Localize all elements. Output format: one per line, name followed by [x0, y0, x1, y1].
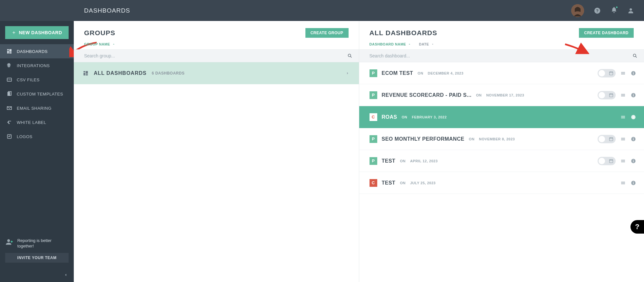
dashboard-row[interactable]: PREVENUE SCORECARD - PAID S...ONNOVEMBER… — [359, 84, 644, 106]
svg-rect-11 — [9, 52, 12, 54]
notification-dot — [615, 6, 618, 9]
invite-team-button[interactable]: INVITE YOUR TEAM — [5, 253, 69, 263]
chevron-right-icon — [345, 71, 350, 76]
svg-point-43 — [633, 159, 634, 160]
dashboard-name: TEST — [382, 158, 396, 164]
svg-rect-31 — [633, 95, 634, 96]
calendar-icon — [609, 71, 614, 76]
sidebar-item-label: CSV FILES — [17, 77, 40, 82]
create-dashboard-button[interactable]: CREATE DASHBOARD — [579, 28, 634, 38]
sidebar-item-csv-files[interactable]: CSVCSV FILES — [0, 73, 74, 87]
dashboard-row[interactable]: PECOM TESTONDECEMBER 4, 2023 — [359, 62, 644, 84]
schedule-toggle[interactable] — [598, 91, 616, 99]
search-dashboards-input[interactable] — [370, 53, 633, 58]
svg-rect-22 — [86, 71, 88, 74]
menu-icon[interactable] — [620, 180, 626, 186]
sidebar-item-email-sharing[interactable]: EMAIL SHARING — [0, 101, 74, 115]
svg-rect-23 — [86, 74, 88, 76]
dashboard-date: NOVEMBER 17, 2023 — [486, 93, 524, 97]
search-icon[interactable] — [347, 53, 352, 58]
create-group-button[interactable]: CREATE GROUP — [305, 28, 349, 38]
dashboard-date: APRIL 12, 2023 — [410, 159, 438, 163]
dashboard-row[interactable]: CTESTONJULY 25, 2023 — [359, 172, 644, 194]
info-icon[interactable] — [630, 70, 636, 76]
menu-icon[interactable] — [620, 114, 626, 120]
info-icon[interactable] — [630, 136, 636, 142]
dashboard-row[interactable]: PTESTONAPRIL 12, 2023 — [359, 150, 644, 172]
user-icon[interactable] — [627, 7, 634, 14]
sidebar-item-custom-templates[interactable]: CUSTOM TEMPLATES — [0, 87, 74, 101]
schedule-toggle[interactable] — [598, 157, 616, 165]
svg-rect-42 — [633, 160, 634, 162]
dashboard-type-badge: P — [370, 135, 377, 143]
info-icon[interactable] — [630, 114, 636, 120]
nav-icon — [6, 91, 12, 97]
search-groups-input[interactable] — [84, 53, 347, 58]
dashboard-on-label: ON — [469, 137, 475, 141]
sidebar-item-label: EMAIL SHARING — [17, 106, 52, 111]
page-title: DASHBOARDS — [84, 7, 130, 14]
calendar-icon — [609, 93, 614, 98]
avatar[interactable] — [571, 4, 584, 17]
sidebar-item-white-label[interactable]: WHITE LABEL — [0, 115, 74, 129]
dashboard-row[interactable]: PSEO MONTHLY PERFORMANCEONNOVEMBER 8, 20… — [359, 128, 644, 150]
dashboard-date: DECEMBER 4, 2023 — [428, 71, 464, 75]
svg-point-39 — [633, 137, 634, 138]
svg-rect-9 — [7, 51, 9, 54]
svg-rect-27 — [633, 73, 634, 74]
svg-point-24 — [633, 54, 636, 57]
info-icon[interactable] — [630, 180, 636, 186]
menu-icon[interactable] — [620, 136, 626, 142]
sidebar-item-integrations[interactable]: INTEGRATIONS — [0, 58, 74, 73]
svg-rect-45 — [633, 182, 634, 184]
group-all-dashboards[interactable]: ALL DASHBOARDS 6 DASHBOARDS — [74, 62, 359, 84]
help-orb-button[interactable]: ? — [630, 220, 644, 234]
dashboard-name: SEO MONTHLY PERFORMANCE — [382, 136, 465, 142]
dashboard-type-badge: P — [370, 69, 377, 77]
nav-icon: CSV — [6, 77, 12, 83]
svg-rect-36 — [610, 137, 613, 141]
svg-rect-38 — [633, 138, 634, 140]
svg-point-35 — [633, 116, 634, 116]
info-icon[interactable] — [630, 158, 636, 164]
plus-icon — [12, 30, 16, 35]
dashboard-type-badge: P — [370, 91, 377, 99]
svg-rect-21 — [83, 73, 85, 76]
dashboard-on-label: ON — [476, 93, 482, 97]
topbar: dashthis DASHBOARDS ? — [0, 0, 644, 21]
sidebar-item-label: CUSTOM TEMPLATES — [17, 92, 63, 96]
collapse-sidebar-icon[interactable] — [63, 273, 68, 277]
dashboard-type-badge: C — [370, 179, 377, 187]
menu-icon[interactable] — [620, 70, 626, 76]
svg-rect-10 — [9, 49, 12, 52]
sort-dashboard-date[interactable]: DATE — [419, 42, 434, 46]
new-dashboard-label: NEW DASHBOARD — [19, 30, 62, 35]
svg-text:?: ? — [596, 8, 599, 13]
search-icon[interactable] — [632, 53, 638, 58]
menu-icon[interactable] — [620, 158, 626, 164]
sidebar-item-logos[interactable]: LOGOS — [0, 129, 74, 144]
dashboard-type-badge: P — [370, 157, 377, 165]
sort-dashboard-name[interactable]: DASHBOARD NAME — [370, 42, 411, 46]
info-icon[interactable] — [630, 92, 636, 98]
sidebar-item-dashboards[interactable]: DASHBOARDS — [0, 44, 74, 58]
sidebar-item-label: INTEGRATIONS — [17, 63, 50, 68]
svg-point-28 — [633, 72, 634, 72]
schedule-toggle[interactable] — [598, 135, 616, 143]
sort-group-name[interactable]: GROUP NAME — [84, 42, 115, 46]
menu-icon[interactable] — [620, 92, 626, 98]
dashboard-name: ROAS — [382, 114, 397, 120]
dashboard-row[interactable]: CROASONFEBRUARY 3, 2022 — [359, 106, 644, 128]
nav-icon — [6, 48, 12, 54]
dashboard-on-label: ON — [400, 181, 406, 185]
dashboards-title: ALL DASHBOARDS — [370, 29, 437, 37]
sidebar-item-label: DASHBOARDS — [17, 49, 48, 54]
schedule-toggle[interactable] — [598, 69, 616, 77]
dashboard-name: TEST — [382, 180, 396, 186]
notifications-icon[interactable] — [610, 6, 618, 15]
svg-text:CSV: CSV — [7, 79, 11, 81]
help-icon[interactable]: ? — [594, 7, 601, 14]
new-dashboard-button[interactable]: NEW DASHBOARD — [5, 26, 69, 39]
svg-point-19 — [348, 54, 351, 57]
svg-point-46 — [633, 181, 634, 182]
